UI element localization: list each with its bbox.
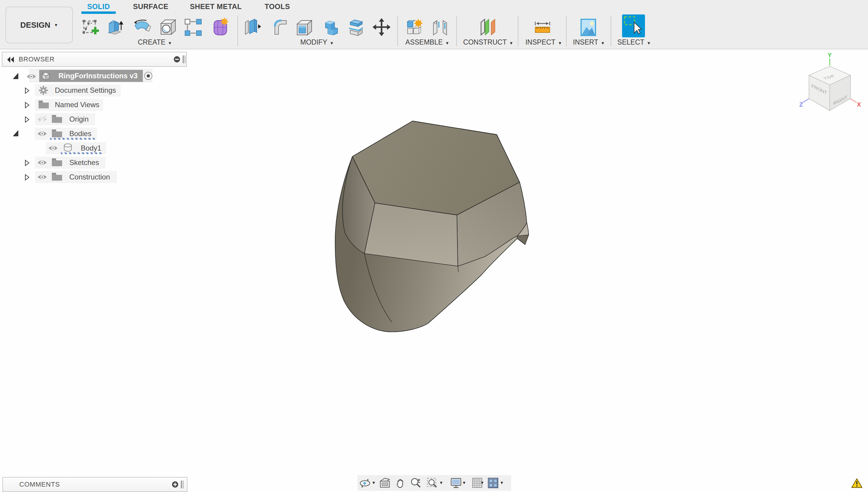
- collapse-panel-icon[interactable]: [7, 56, 15, 62]
- design-label: DESIGN: [20, 21, 50, 29]
- panel-minimize-icon[interactable]: [173, 56, 180, 63]
- folder-icon: [52, 173, 62, 180]
- measure-icon[interactable]: [532, 17, 553, 37]
- split-body-icon[interactable]: [346, 17, 367, 37]
- tree-item-construction[interactable]: Construction: [69, 171, 110, 183]
- x-axis-line: [850, 99, 857, 102]
- tree-item-sketches[interactable]: Sketches: [69, 156, 99, 169]
- visibility-eye-icon[interactable]: [38, 130, 47, 137]
- hole-icon[interactable]: [158, 17, 179, 37]
- zoom-window-icon[interactable]: [426, 477, 438, 489]
- zoom-icon[interactable]: [410, 477, 421, 488]
- tree-row-root-selected[interactable]: RingForInstructions v3: [39, 70, 143, 82]
- insert-canvas-icon[interactable]: [578, 17, 599, 37]
- chevron-down-icon: ▼: [168, 41, 172, 45]
- joint-icon[interactable]: [430, 17, 450, 37]
- tree-item-document-settings[interactable]: Document Settings: [55, 84, 116, 96]
- visibility-off-eye-icon[interactable]: [38, 116, 47, 123]
- fusion360-window: DESIGN ▼ SOLID SURFACE SHEET METAL TOOLS: [0, 0, 868, 492]
- body-icon: [63, 143, 72, 152]
- construction-plane-icon[interactable]: [478, 17, 498, 37]
- revolve-icon[interactable]: [132, 17, 153, 37]
- chevron-down-icon: ▼: [647, 41, 651, 45]
- design-dropdown-button[interactable]: DESIGN ▼: [5, 7, 73, 43]
- collapsed-arrow-icon[interactable]: [25, 174, 29, 180]
- x-axis-label: X: [857, 101, 861, 108]
- toolbar: DESIGN ▼ SOLID SURFACE SHEET METAL TOOLS: [0, 0, 868, 49]
- activate-component-radio[interactable]: [144, 72, 153, 80]
- tab-tools[interactable]: TOOLS: [263, 2, 292, 11]
- add-comment-icon[interactable]: [172, 481, 179, 488]
- look-at-icon[interactable]: [379, 477, 391, 488]
- chevron-down-icon: ▼: [54, 23, 58, 27]
- panel-grip[interactable]: [184, 55, 185, 63]
- gear-icon: [39, 85, 48, 95]
- collapsed-arrow-icon[interactable]: [25, 101, 29, 108]
- display-dropdown-caret[interactable]: ▼: [462, 481, 466, 485]
- model-body1-ring[interactable]: [326, 112, 542, 340]
- fillet-icon[interactable]: [270, 17, 290, 37]
- panel-grip[interactable]: [181, 480, 182, 488]
- tab-solid[interactable]: SOLID: [81, 2, 116, 11]
- expanded-arrow-icon[interactable]: [13, 130, 19, 137]
- shell-icon[interactable]: [294, 17, 315, 37]
- display-settings-icon[interactable]: [450, 477, 462, 488]
- select-tool-icon: [622, 15, 645, 37]
- selection-highlight-dashes: [61, 152, 103, 154]
- y-axis-label: Y: [828, 52, 832, 58]
- select-group-label[interactable]: SELECT▼: [598, 39, 670, 46]
- panel-grip[interactable]: [183, 480, 184, 488]
- component-cube-icon: [41, 71, 51, 81]
- comments-panel-title: COMMENTS: [19, 481, 60, 488]
- folder-icon: [52, 129, 62, 137]
- collapsed-arrow-icon[interactable]: [25, 116, 29, 123]
- zoom-dropdown-caret[interactable]: ▼: [439, 481, 443, 485]
- view-cube[interactable]: Y Z X TOP FRONT RIGHT: [793, 49, 866, 112]
- chevron-down-icon: ▼: [330, 41, 334, 45]
- tree-item-origin[interactable]: Origin: [69, 113, 89, 125]
- viewports-icon[interactable]: [487, 477, 498, 488]
- grid-dropdown-caret[interactable]: ▼: [480, 481, 484, 485]
- modify-group-label[interactable]: MODIFY▼: [281, 39, 353, 46]
- orbit-dropdown-caret[interactable]: ▼: [372, 481, 376, 485]
- selection-highlight-dashes: [50, 138, 96, 140]
- visibility-eye-icon[interactable]: [48, 145, 58, 151]
- visibility-eye-icon[interactable]: [38, 159, 47, 165]
- create-group-label[interactable]: CREATE▼: [119, 39, 191, 46]
- combine-icon[interactable]: [322, 17, 343, 37]
- extrude-icon[interactable]: [105, 17, 126, 37]
- navigation-bar: ▼ ▼ ▼ ▼: [357, 475, 511, 491]
- visibility-eye-icon[interactable]: [38, 174, 47, 180]
- panel-grip[interactable]: [183, 55, 184, 63]
- orbit-icon[interactable]: [359, 477, 371, 489]
- comments-panel-header[interactable]: COMMENTS: [2, 477, 187, 492]
- tree-item-named-views[interactable]: Named Views: [55, 99, 99, 111]
- expanded-arrow-icon[interactable]: [13, 73, 19, 79]
- press-pull-icon[interactable]: [242, 17, 262, 37]
- collapsed-arrow-icon[interactable]: [25, 159, 29, 166]
- rectangular-pattern-icon[interactable]: [182, 17, 203, 37]
- pan-hand-icon[interactable]: [395, 477, 406, 488]
- tab-sheet-metal[interactable]: SHEET METAL: [189, 2, 243, 11]
- create-sketch-icon[interactable]: [81, 17, 101, 37]
- warning-icon[interactable]: [851, 478, 863, 488]
- viewports-dropdown-caret[interactable]: ▼: [500, 481, 504, 485]
- chevron-down-icon: ▼: [445, 41, 449, 45]
- z-axis-line: [803, 99, 809, 102]
- select-tool-button[interactable]: [622, 15, 645, 37]
- browser-panel-header[interactable]: BROWSER: [2, 52, 187, 67]
- z-axis-label: Z: [799, 101, 803, 108]
- folder-icon: [52, 115, 62, 123]
- model-horn-face[interactable]: [517, 235, 529, 245]
- folder-icon: [39, 101, 49, 108]
- create-form-icon[interactable]: [210, 17, 231, 37]
- browser-panel-title: BROWSER: [19, 55, 54, 63]
- collapsed-arrow-icon[interactable]: [25, 87, 29, 94]
- active-tab-underline: [81, 11, 116, 14]
- move-copy-icon[interactable]: [371, 17, 392, 37]
- visibility-eye-icon[interactable]: [26, 73, 36, 79]
- folder-icon: [52, 158, 62, 166]
- new-component-icon[interactable]: [404, 17, 424, 37]
- tree-root-label[interactable]: RingForInstructions v3: [58, 70, 138, 82]
- tab-surface[interactable]: SURFACE: [131, 2, 170, 11]
